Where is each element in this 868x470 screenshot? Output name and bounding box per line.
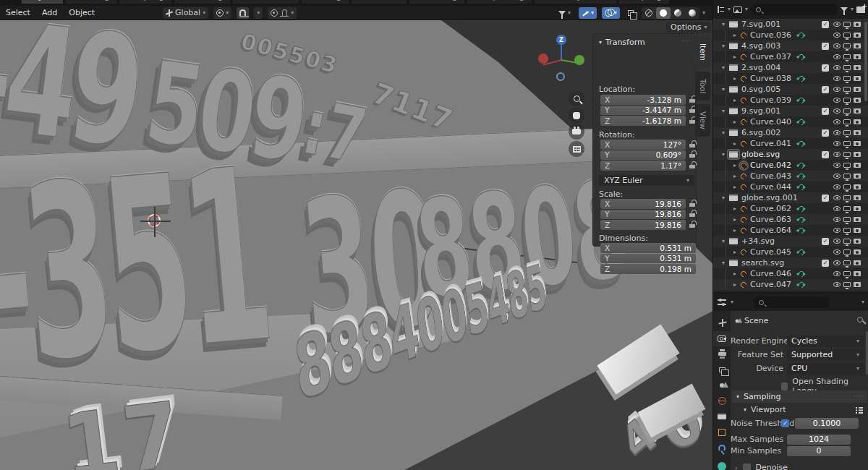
- display-mode-icon[interactable]: [717, 6, 725, 13]
- item-label[interactable]: Curve.038: [750, 74, 791, 83]
- tab-world[interactable]: [713, 393, 731, 409]
- number-field[interactable]: Y0.531 m: [600, 254, 696, 264]
- sidebar-tab[interactable]: Tool: [695, 72, 710, 101]
- hide-eye-icon[interactable]: [833, 217, 841, 222]
- show-gizmos-toggle[interactable]: ▾: [579, 7, 597, 19]
- disable-viewport-icon[interactable]: [843, 43, 851, 48]
- disable-viewport-icon[interactable]: [843, 163, 851, 168]
- viewport-menu[interactable]: Add: [36, 7, 63, 19]
- disable-render-icon[interactable]: [854, 174, 861, 179]
- disclosure-triangle-icon[interactable]: [722, 129, 729, 136]
- hide-eye-icon[interactable]: [833, 249, 841, 255]
- disable-render-icon[interactable]: [854, 141, 861, 146]
- tab-render[interactable]: [713, 331, 731, 347]
- outliner-row[interactable]: Curve.042: [713, 160, 868, 171]
- osl-checkbox[interactable]: [781, 383, 788, 390]
- exclude-checkbox[interactable]: [822, 86, 829, 93]
- hide-eye-icon[interactable]: [833, 152, 841, 157]
- workspace-tab[interactable]: Modeling: [66, 0, 116, 4]
- lock-icon[interactable]: [689, 201, 696, 207]
- disable-render-icon[interactable]: [854, 228, 861, 233]
- options-dropdown-icon[interactable]: ▾: [861, 299, 864, 305]
- pan-tool-button[interactable]: [569, 108, 584, 124]
- object-visibility-dropdown[interactable]: ▾: [556, 7, 574, 19]
- disable-render-icon[interactable]: [854, 76, 861, 81]
- disable-render-icon[interactable]: [854, 65, 861, 70]
- outliner-row[interactable]: Curve.038: [713, 73, 868, 84]
- orthographic-toggle-button[interactable]: [569, 141, 584, 157]
- tab-tool[interactable]: [713, 315, 731, 331]
- number-field[interactable]: X0.531 m: [600, 243, 696, 253]
- disable-viewport-icon[interactable]: [843, 260, 851, 265]
- tab-output[interactable]: [713, 346, 731, 362]
- disable-render-icon[interactable]: [854, 195, 861, 200]
- shading-solid-button[interactable]: [656, 7, 671, 19]
- disclosure-triangle-icon[interactable]: [722, 86, 729, 93]
- disclosure-triangle-icon[interactable]: [722, 43, 729, 49]
- disable-render-icon[interactable]: [854, 206, 861, 211]
- item-label[interactable]: Curve.045: [750, 247, 791, 257]
- item-label[interactable]: globe.svg.001: [741, 193, 798, 202]
- disable-viewport-icon[interactable]: [843, 174, 851, 179]
- exclude-checkbox[interactable]: [822, 238, 829, 245]
- shading-dropdown-icon[interactable]: ▾: [702, 10, 705, 16]
- workspace-tab[interactable]: Geometry Nodes: [535, 0, 616, 4]
- outliner-row[interactable]: 6.svg.002: [713, 127, 868, 138]
- chevron-down-icon[interactable]: ▾: [851, 7, 854, 12]
- item-label[interactable]: Curve.044: [750, 182, 791, 192]
- disclosure-triangle-icon[interactable]: [722, 195, 729, 201]
- number-field[interactable]: Z19.816: [600, 220, 686, 230]
- disable-viewport-icon[interactable]: [843, 228, 851, 233]
- disable-viewport-icon[interactable]: [843, 141, 851, 146]
- disable-viewport-icon[interactable]: [843, 76, 851, 81]
- disable-render-icon[interactable]: [854, 271, 861, 276]
- disable-viewport-icon[interactable]: [843, 217, 851, 222]
- disable-render-icon[interactable]: [854, 43, 861, 48]
- item-label[interactable]: Curve.037: [750, 52, 791, 61]
- disclosure-triangle-icon[interactable]: [722, 21, 729, 27]
- tab-physics[interactable]: [713, 456, 731, 470]
- transform-panel-header[interactable]: ▾ Transform: [599, 38, 645, 47]
- item-label[interactable]: Curve.043: [750, 171, 791, 181]
- disable-render-icon[interactable]: [854, 260, 861, 265]
- tab-collection[interactable]: [713, 409, 731, 425]
- gizmo-y-axis-ball[interactable]: [574, 55, 584, 65]
- item-label[interactable]: Curve.042: [750, 161, 791, 170]
- disable-viewport-icon[interactable]: [843, 152, 851, 157]
- number-field[interactable]: Z0.198 m: [600, 264, 696, 274]
- hide-eye-icon[interactable]: [833, 65, 841, 70]
- hide-eye-icon[interactable]: [833, 43, 841, 48]
- disable-viewport-icon[interactable]: [843, 130, 851, 135]
- item-label[interactable]: Curve.047: [750, 280, 791, 289]
- shading-material-button[interactable]: [671, 7, 685, 19]
- transform-orientation-dropdown[interactable]: Global ▾: [163, 7, 208, 19]
- disable-render-icon[interactable]: [854, 249, 861, 255]
- properties-search-input[interactable]: [754, 296, 830, 308]
- panel-drag-dots[interactable]: ····: [681, 38, 692, 45]
- lock-icon[interactable]: [689, 152, 696, 158]
- tab-view-layer[interactable]: [713, 362, 731, 378]
- snap-settings-dropdown[interactable]: ▾: [254, 7, 263, 19]
- exclude-checkbox[interactable]: [822, 151, 829, 158]
- outliner-row[interactable]: search.svg: [713, 257, 868, 268]
- viewport-subpanel-header[interactable]: ▾ Viewport: [732, 405, 867, 414]
- outliner-row[interactable]: +34.svg: [713, 236, 868, 247]
- workspace-tab[interactable]: Compositing: [467, 0, 532, 4]
- disable-render-icon[interactable]: [854, 152, 861, 157]
- disable-viewport-icon[interactable]: [843, 195, 851, 200]
- lock-icon[interactable]: [689, 142, 696, 148]
- denoise-checkbox[interactable]: [743, 463, 751, 470]
- item-label[interactable]: Curve.040: [750, 117, 791, 127]
- item-label[interactable]: Curve.036: [750, 30, 791, 40]
- outliner-row[interactable]: globe.svg.001: [713, 192, 868, 203]
- disable-viewport-icon[interactable]: [843, 98, 851, 103]
- outliner-row[interactable]: Curve.040: [713, 116, 868, 127]
- outliner-row[interactable]: 7.svg.001: [713, 19, 868, 30]
- number-field[interactable]: X19.816: [600, 199, 686, 209]
- disable-viewport-icon[interactable]: [843, 54, 851, 59]
- number-field[interactable]: Y0.609°: [600, 150, 686, 161]
- workspace-tab[interactable]: Texture Paint: [233, 0, 299, 4]
- proportional-editing-group[interactable]: ▾: [268, 7, 297, 19]
- disable-viewport-icon[interactable]: [843, 87, 851, 92]
- hide-eye-icon[interactable]: [833, 184, 841, 189]
